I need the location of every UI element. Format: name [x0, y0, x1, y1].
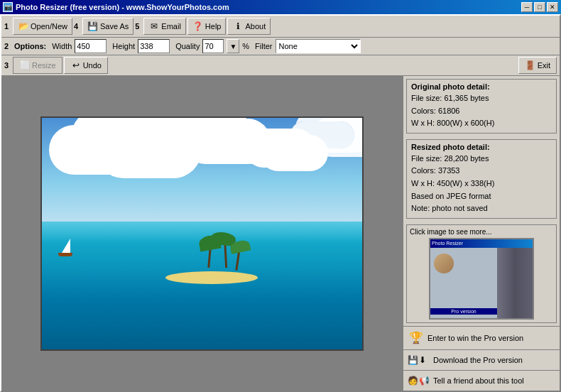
pro-image-frame[interactable]: Photo Resizer Pro version: [429, 238, 534, 320]
maximize-button[interactable]: □: [534, 2, 545, 12]
open-new-label: Open/New: [31, 22, 67, 31]
step1-label: 1: [4, 22, 11, 31]
main-window: 1 📂 Open/New 4 💾 Save As 5 ✉ Email ❓ Hel…: [0, 14, 561, 392]
download-label: Download the Pro version: [433, 356, 523, 364]
resized-dimensions: W x H: 450(W) x 338(H): [411, 178, 552, 190]
quality-label: Quality: [175, 42, 200, 50]
photo-area: [1, 76, 403, 391]
exit-label: Exit: [538, 61, 550, 70]
photo-container[interactable]: [40, 116, 364, 351]
step3-label: 3: [4, 61, 11, 70]
download-icon: 💾⬇: [408, 353, 430, 367]
cloud1: [63, 129, 148, 164]
window-title: Photo Resizer (free version) - www.ShowY…: [16, 3, 229, 11]
original-colors: Colors: 61806: [411, 105, 552, 118]
close-button[interactable]: ✕: [547, 2, 558, 12]
email-label: Email: [161, 22, 181, 31]
exit-icon: 🚪: [525, 60, 536, 71]
pro-left-panel: Pro version: [430, 248, 497, 318]
save-icon: 💾: [87, 21, 99, 32]
original-photo-box: Original photo detail: File size: 61,365…: [406, 79, 557, 134]
content-area: Original photo detail: File size: 61,365…: [1, 76, 560, 391]
app-icon: 📷: [3, 2, 13, 12]
original-file-size: File size: 61,365 bytes: [411, 92, 552, 105]
step4-label: 4: [74, 22, 81, 31]
tell-friend-label: Tell a friend about this tool: [433, 376, 524, 385]
help-label: Help: [205, 22, 222, 31]
pro-avatar: [434, 254, 454, 273]
height-label: Height: [112, 42, 135, 50]
sail: [62, 239, 70, 253]
quality-dropdown-button[interactable]: ▼: [227, 39, 239, 53]
quality-input[interactable]: [202, 39, 224, 53]
cloud3: [241, 139, 298, 164]
width-label: Width: [52, 42, 72, 50]
filter-label: Filter: [255, 42, 272, 50]
height-input[interactable]: [138, 39, 170, 53]
resize-button[interactable]: ⬜ Resize: [13, 57, 62, 74]
cloud2: [156, 125, 227, 153]
resized-photo-title: Resized photo detail:: [411, 143, 552, 151]
toolbar: 1 📂 Open/New 4 💾 Save As 5 ✉ Email ❓ Hel…: [1, 16, 560, 38]
cloud4: [290, 121, 354, 148]
options-label: Options:: [14, 42, 46, 50]
window-controls: ─ □ ✕: [521, 2, 558, 12]
about-icon: ℹ: [232, 21, 244, 32]
resized-format: Based on JPEG format: [411, 190, 552, 203]
download-pro-link[interactable]: 💾⬇ Download the Pro version: [403, 349, 560, 370]
pro-screen: Photo Resizer Pro version: [430, 239, 533, 318]
email-icon: ✉: [148, 21, 160, 32]
pro-content: Pro version: [430, 248, 533, 318]
open-icon: 📂: [18, 21, 29, 32]
about-button[interactable]: ℹ About: [227, 18, 271, 35]
sailboat: [58, 239, 72, 256]
open-new-button[interactable]: 📂 Open/New: [13, 18, 72, 35]
enter-icon: 🏆: [408, 330, 425, 347]
resized-file-size: File size: 28,200 bytes: [411, 153, 552, 165]
original-photo-title: Original photo detail:: [411, 82, 552, 91]
about-label: About: [245, 22, 266, 31]
undo-button[interactable]: ↩ Undo: [64, 57, 108, 74]
resize-label: Resize: [32, 61, 56, 70]
filter-select[interactable]: None: [276, 39, 361, 53]
photo-display: [42, 118, 362, 349]
title-bar: 📷 Photo Resizer (free version) - www.Sho…: [0, 0, 561, 14]
pro-screen-title: Photo Resizer: [432, 241, 463, 246]
actions-row: 3 ⬜ Resize ↩ Undo 🚪 Exit: [1, 55, 560, 76]
pro-tower: [497, 248, 533, 318]
email-button[interactable]: ✉ Email: [143, 18, 186, 35]
pro-area[interactable]: Click image to see more... Photo Resizer…: [406, 224, 557, 323]
hull: [58, 253, 72, 256]
island: [165, 271, 258, 284]
original-dimensions: W x H: 800(W) x 600(H): [411, 117, 552, 130]
help-icon: ❓: [192, 21, 204, 32]
options-row: 2 Options: Width Height Quality ▼ % Filt…: [1, 38, 560, 55]
enter-label: Enter to win the Pro version: [427, 334, 523, 342]
resized-colors: Colors: 37353: [411, 165, 552, 178]
resized-note: Note: photo not saved: [411, 202, 552, 215]
undo-icon: ↩: [70, 60, 82, 71]
pro-screen-bar: Photo Resizer: [430, 239, 533, 248]
pro-badge: Pro version: [430, 308, 497, 315]
help-button[interactable]: ❓ Help: [187, 18, 227, 35]
enter-pro-link[interactable]: 🏆 Enter to win the Pro version: [403, 326, 560, 349]
pro-right-panel: [497, 248, 533, 318]
tell-friend-icon: 🧑📢: [408, 374, 430, 388]
resized-photo-box: Resized photo detail: File size: 28,200 …: [406, 139, 557, 219]
undo-label: Undo: [83, 61, 102, 70]
tell-friend-link[interactable]: 🧑📢 Tell a friend about this tool: [403, 370, 560, 391]
percent-label: %: [242, 42, 249, 50]
exit-button[interactable]: 🚪 Exit: [518, 57, 557, 74]
right-panel: Original photo detail: File size: 61,365…: [403, 76, 560, 391]
resize-icon: ⬜: [19, 60, 31, 71]
step2-label: 2: [4, 42, 11, 50]
save-as-button[interactable]: 💾 Save As: [82, 18, 134, 35]
width-input[interactable]: [75, 39, 107, 53]
pro-click-label: Click image to see more...: [410, 228, 553, 236]
save-as-label: Save As: [100, 22, 129, 31]
minimize-button[interactable]: ─: [521, 2, 533, 12]
step5-label: 5: [135, 22, 142, 31]
